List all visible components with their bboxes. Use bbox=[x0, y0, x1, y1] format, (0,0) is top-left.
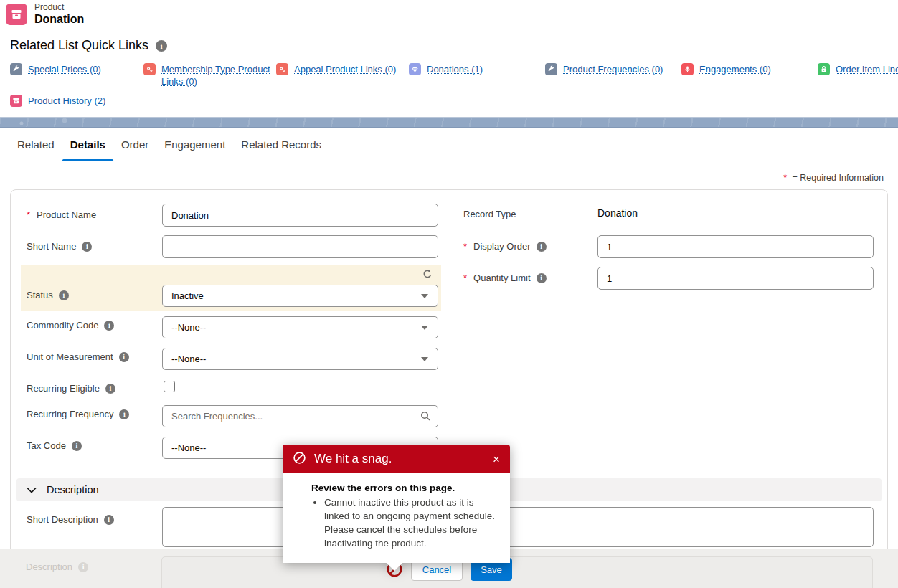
gift-icon bbox=[409, 63, 421, 75]
tab-details[interactable]: Details bbox=[62, 128, 113, 161]
chevron-down-icon bbox=[27, 483, 37, 496]
wrench-icon bbox=[10, 63, 22, 75]
record-name: Donation bbox=[34, 13, 84, 26]
info-icon[interactable]: i bbox=[119, 409, 129, 419]
quick-link-appeal-product-links[interactable]: Appeal Product Links (0) bbox=[276, 63, 409, 87]
record-tabs: Related Details Order Engagement Related… bbox=[0, 128, 898, 161]
quick-link-donations[interactable]: Donations (1) bbox=[409, 63, 545, 87]
status-select[interactable]: Inactive bbox=[162, 285, 438, 307]
recurring-eligible-checkbox[interactable] bbox=[164, 381, 175, 392]
quick-link-label[interactable]: Membership Type Product Links (0) bbox=[161, 63, 276, 87]
tab-related[interactable]: Related bbox=[9, 128, 62, 161]
lock-icon bbox=[818, 63, 830, 75]
page-background-band bbox=[0, 117, 898, 128]
product-name-input[interactable] bbox=[162, 204, 438, 227]
product-name-label: * Product Name bbox=[27, 209, 96, 220]
quick-link-engagements[interactable]: Engagements (0) bbox=[681, 63, 818, 87]
chevron-down-icon bbox=[421, 326, 428, 330]
wrench-icon bbox=[545, 63, 557, 75]
recurring-frequency-search-input[interactable] bbox=[162, 405, 438, 427]
display-order-label: * Display Order i bbox=[463, 241, 547, 252]
info-icon[interactable]: i bbox=[104, 515, 114, 525]
quick-link-label[interactable]: Product Frequencies (0) bbox=[563, 63, 663, 75]
commodity-code-select[interactable]: --None-- bbox=[162, 316, 438, 338]
undo-icon[interactable] bbox=[421, 267, 435, 282]
recurring-frequency-search bbox=[162, 405, 438, 427]
quick-link-label[interactable]: Donations (1) bbox=[427, 63, 483, 75]
quick-link-membership-type-product-links[interactable]: Membership Type Product Links (0) bbox=[143, 63, 276, 87]
info-icon[interactable]: i bbox=[82, 242, 92, 252]
error-popover-title: We hit a snag. bbox=[314, 452, 392, 466]
quick-link-product-frequencies[interactable]: Product Frequencies (0) bbox=[545, 63, 681, 87]
no-entry-icon bbox=[293, 451, 306, 468]
quick-link-order-item-lines[interactable]: Order Item Lines bbox=[818, 63, 898, 87]
error-popover-heading: Review the errors on this page. bbox=[311, 483, 498, 493]
info-icon[interactable]: i bbox=[59, 290, 69, 300]
quantity-limit-input[interactable] bbox=[597, 267, 874, 290]
chevron-down-icon bbox=[421, 294, 428, 298]
unit-of-measurement-select[interactable]: --None-- bbox=[162, 348, 438, 370]
record-type-value: Donation bbox=[597, 207, 638, 219]
short-name-input[interactable] bbox=[162, 235, 438, 258]
info-icon[interactable]: i bbox=[72, 441, 82, 451]
product-record-page: Product Donation Related List Quick Link… bbox=[0, 0, 898, 588]
error-popover: We hit a snag. × Review the errors on th… bbox=[283, 445, 510, 563]
quick-link-label[interactable]: Product History (2) bbox=[28, 95, 105, 107]
record-header: Product Donation bbox=[0, 0, 898, 29]
tax-code-label: Tax Code i bbox=[27, 440, 82, 451]
error-popover-body: Review the errors on this page. Cannot i… bbox=[283, 473, 510, 563]
unit-of-measurement-label: Unit of Measurement i bbox=[27, 351, 129, 362]
info-icon[interactable]: i bbox=[156, 40, 167, 52]
gears-icon bbox=[276, 63, 288, 75]
quick-link-label[interactable]: Order Item Lines bbox=[836, 63, 898, 75]
info-icon[interactable]: i bbox=[537, 273, 547, 283]
quick-link-label[interactable]: Appeal Product Links (0) bbox=[294, 63, 396, 75]
display-order-input[interactable] bbox=[597, 235, 874, 258]
short-description-label: Short Description i bbox=[27, 514, 114, 525]
recurring-frequency-label: Recurring Frequency i bbox=[27, 409, 129, 419]
info-icon[interactable]: i bbox=[119, 352, 129, 362]
status-label: Status i bbox=[27, 290, 69, 300]
info-icon[interactable]: i bbox=[104, 321, 114, 331]
commodity-code-label: Commodity Code i bbox=[27, 320, 114, 331]
quantity-limit-label: * Quantity Limit i bbox=[463, 272, 547, 283]
quick-links-title: Related List Quick Links bbox=[10, 38, 148, 53]
info-icon[interactable]: i bbox=[105, 384, 115, 394]
quick-link-label[interactable]: Engagements (0) bbox=[699, 63, 771, 75]
quick-link-special-prices[interactable]: Special Prices (0) bbox=[10, 63, 143, 87]
required-information-note: * = Required Information bbox=[783, 173, 884, 183]
error-popover-header: We hit a snag. × bbox=[283, 445, 510, 473]
chevron-down-icon bbox=[421, 357, 428, 361]
required-asterisk: * bbox=[783, 173, 787, 183]
tab-engagement[interactable]: Engagement bbox=[156, 128, 233, 161]
info-icon[interactable]: i bbox=[537, 242, 547, 252]
related-list-quick-links-card: Related List Quick Links i Special Price… bbox=[0, 30, 898, 117]
product-box-icon bbox=[6, 4, 27, 25]
box-icon bbox=[10, 95, 22, 107]
quick-link-label[interactable]: Special Prices (0) bbox=[28, 63, 101, 75]
error-message: Cannot inactive this product as it is li… bbox=[324, 495, 498, 550]
tab-related-records[interactable]: Related Records bbox=[233, 128, 329, 161]
quick-link-product-history[interactable]: Product History (2) bbox=[10, 95, 898, 107]
search-icon bbox=[420, 410, 431, 425]
short-description-textarea[interactable] bbox=[162, 507, 874, 547]
record-type-label: Record Type bbox=[463, 209, 516, 219]
entity-label: Product bbox=[34, 3, 84, 13]
tab-order[interactable]: Order bbox=[113, 128, 156, 161]
short-name-label: Short Name i bbox=[27, 241, 92, 252]
recurring-eligible-label: Recurring Eligible i bbox=[27, 383, 115, 394]
close-icon[interactable]: × bbox=[493, 453, 500, 465]
microphone-icon bbox=[681, 63, 694, 75]
gears-icon bbox=[143, 63, 156, 75]
